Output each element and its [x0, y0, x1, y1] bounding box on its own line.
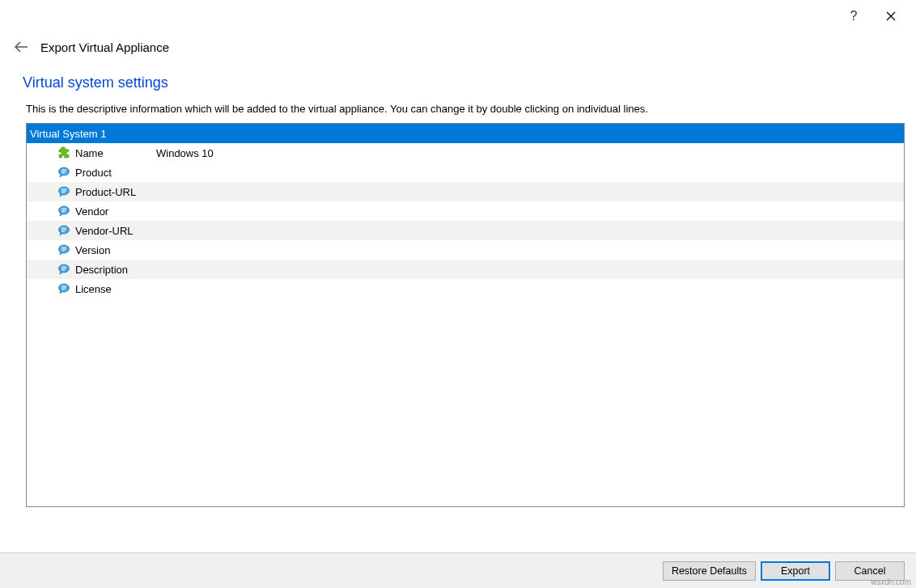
close-icon	[886, 11, 896, 21]
system-header-row[interactable]: Virtual System 1	[27, 124, 904, 143]
table-row[interactable]: Vendor	[27, 201, 904, 221]
wizard-header: Export Virtual Appliance	[0, 32, 916, 70]
speech-bubble-icon	[27, 166, 75, 179]
speech-bubble-icon	[27, 263, 75, 276]
system-header-label: Virtual System 1	[30, 128, 106, 140]
settings-table: Virtual System 1 NameWindows 10ProductPr…	[26, 123, 905, 507]
property-value[interactable]: Windows 10	[156, 147, 904, 159]
back-arrow-icon	[14, 41, 28, 53]
title-bar: ?	[0, 0, 916, 32]
property-label: Description	[75, 264, 156, 276]
puzzle-icon	[27, 146, 75, 159]
property-label: Version	[75, 244, 156, 256]
speech-bubble-icon	[27, 185, 75, 198]
property-label: Product-URL	[75, 186, 156, 198]
export-button[interactable]: Export	[761, 561, 830, 581]
restore-defaults-button[interactable]: Restore Defaults	[663, 561, 756, 581]
property-label: Name	[75, 147, 156, 159]
table-row[interactable]: Version	[27, 240, 904, 260]
table-row[interactable]: Description	[27, 260, 904, 279]
table-row[interactable]: Vendor-URL	[27, 221, 904, 240]
close-button[interactable]	[872, 3, 910, 29]
property-label: Vendor-URL	[75, 225, 156, 237]
property-label: License	[75, 283, 156, 295]
table-row[interactable]: Product	[27, 163, 904, 182]
property-label: Product	[75, 167, 156, 179]
table-row[interactable]: Product-URL	[27, 182, 904, 201]
property-label: Vendor	[75, 205, 156, 218]
cancel-button[interactable]: Cancel	[835, 561, 905, 581]
table-row[interactable]: NameWindows 10	[27, 143, 904, 163]
speech-bubble-icon	[27, 282, 75, 295]
table-row[interactable]: License	[27, 279, 904, 298]
speech-bubble-icon	[27, 205, 75, 218]
back-button[interactable]	[13, 39, 29, 55]
page-description: This is the descriptive information whic…	[0, 103, 916, 123]
page-title: Virtual system settings	[0, 70, 916, 103]
speech-bubble-icon	[27, 243, 75, 256]
wizard-title: Export Virtual Appliance	[40, 40, 169, 54]
speech-bubble-icon	[27, 224, 75, 237]
help-button[interactable]: ?	[835, 3, 872, 29]
button-bar: Restore Defaults Export Cancel	[0, 552, 916, 588]
